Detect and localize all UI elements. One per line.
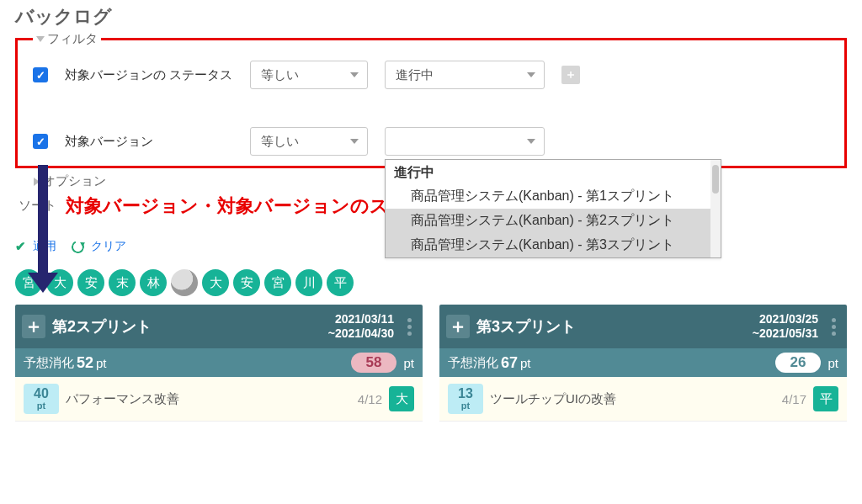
item-date: 4/17 (782, 392, 806, 406)
arrow-annotation-icon (30, 165, 56, 293)
filter-row: 対象バージョン 等しい 進行中 商品管理システム(Kanban) - 第1スプリ… (33, 127, 829, 156)
sprint-title: 第2スプリント (52, 316, 328, 337)
sprint-date-from: 2021/03/25 (753, 312, 818, 326)
avatar[interactable]: 大 (202, 269, 229, 296)
item-title: パフォーマンス改善 (66, 391, 351, 407)
filter-checkbox[interactable] (33, 67, 48, 82)
operator-value: 等しい (261, 67, 299, 83)
chevron-down-icon (527, 139, 535, 144)
add-item-button[interactable]: ＋ (446, 315, 470, 338)
kebab-menu-icon[interactable] (401, 318, 418, 336)
avatar[interactable]: 安 (233, 269, 260, 296)
avatar[interactable]: 川 (295, 269, 322, 296)
dropdown-option[interactable]: 商品管理システム(Kanban) - 第1スプリント (386, 184, 710, 209)
sprint-title: 第3スプリント (476, 316, 753, 337)
points-icon: 40 pt (24, 384, 59, 414)
dropdown-group-label: 進行中 (386, 160, 710, 184)
est-label: 予想消化 (448, 355, 498, 371)
caret-down-icon (36, 36, 45, 42)
sprint-date-to: ~2021/04/30 (328, 326, 394, 341)
avatar[interactable]: 末 (109, 269, 136, 296)
est-value: 52 (77, 354, 93, 372)
est-label: 予想消化 (24, 355, 74, 371)
check-icon: ✔ (15, 239, 26, 254)
operator-value: 等しい (261, 134, 299, 150)
chevron-down-icon (350, 139, 359, 144)
points-badge: 58 (351, 353, 397, 373)
sprint-header: ＋ 第3スプリント 2021/03/25 ~2021/05/31 (439, 305, 847, 348)
filter-field-label: 対象バージョンの ステータス (65, 67, 233, 83)
pt-label: pt (827, 356, 838, 370)
avatar[interactable]: 安 (77, 269, 104, 296)
avatar[interactable]: 平 (327, 269, 354, 296)
sprint-card: ＋ 第3スプリント 2021/03/25 ~2021/05/31 予想消化 67… (439, 305, 847, 422)
chevron-down-icon (350, 72, 359, 77)
add-item-button[interactable]: ＋ (22, 315, 45, 338)
est-unit: pt (520, 356, 531, 370)
pt-label: pt (403, 356, 414, 370)
sprint-card: ＋ 第2スプリント 2021/03/11 ~2021/04/30 予想消化 52… (15, 305, 423, 422)
chevron-down-icon (527, 72, 535, 77)
assignee-tag[interactable]: 大 (389, 386, 414, 411)
operator-select[interactable]: 等しい (250, 127, 368, 156)
reload-icon (70, 238, 86, 254)
backlog-item[interactable]: 40 pt パフォーマンス改善 4/12 大 (15, 377, 423, 422)
value-dropdown: 進行中 商品管理システム(Kanban) - 第1スプリント 商品管理システム(… (385, 159, 721, 258)
clear-button[interactable]: クリア (91, 239, 126, 254)
filter-panel: フィルタ 対象バージョンの ステータス 等しい 進行中 ＋ 対象バージョン 等し… (15, 38, 847, 168)
points-icon: 13 pt (448, 384, 483, 414)
avatar-row: 宮 大 安 末 林 大 安 宮 川 平 (15, 269, 847, 296)
page-title: バックログ (15, 4, 847, 29)
item-title: ツールチップUIの改善 (490, 391, 775, 407)
filter-checkbox[interactable] (33, 134, 48, 149)
value-select[interactable] (385, 127, 545, 156)
filter-field-label: 対象バージョン (65, 134, 233, 150)
avatar[interactable]: 宮 (264, 269, 291, 296)
filter-legend-text: フィルタ (47, 31, 98, 47)
points-badge: 26 (775, 353, 822, 373)
sprint-subheader: 予想消化 67 pt 26 pt (439, 348, 847, 377)
sprint-date-to: ~2021/05/31 (753, 326, 818, 341)
est-value: 67 (501, 354, 518, 372)
add-filter-button[interactable]: ＋ (561, 66, 580, 84)
sprint-date-from: 2021/03/11 (328, 312, 394, 326)
item-date: 4/12 (358, 392, 382, 406)
est-unit: pt (96, 356, 107, 370)
filter-legend[interactable]: フィルタ (33, 31, 101, 47)
kebab-menu-icon[interactable] (825, 318, 842, 336)
scrollbar[interactable] (710, 160, 721, 257)
dropdown-option[interactable]: 商品管理システム(Kanban) - 第2スプリント (386, 209, 710, 233)
value-text: 進行中 (396, 67, 434, 83)
dropdown-option[interactable]: 商品管理システム(Kanban) - 第3スプリント (386, 233, 710, 257)
filter-row: 対象バージョンの ステータス 等しい 進行中 ＋ (33, 61, 829, 89)
backlog-item[interactable]: 13 pt ツールチップUIの改善 4/17 平 (439, 377, 847, 422)
avatar[interactable]: 林 (140, 269, 167, 296)
sprint-header: ＋ 第2スプリント 2021/03/11 ~2021/04/30 (15, 305, 423, 348)
sprint-subheader: 予想消化 52 pt 58 pt (15, 348, 423, 377)
assignee-tag[interactable]: 平 (813, 386, 838, 411)
avatar[interactable] (171, 269, 198, 296)
value-select[interactable]: 進行中 (385, 61, 545, 89)
operator-select[interactable]: 等しい (250, 61, 368, 89)
sprint-cards: ＋ 第2スプリント 2021/03/11 ~2021/04/30 予想消化 52… (15, 305, 847, 422)
